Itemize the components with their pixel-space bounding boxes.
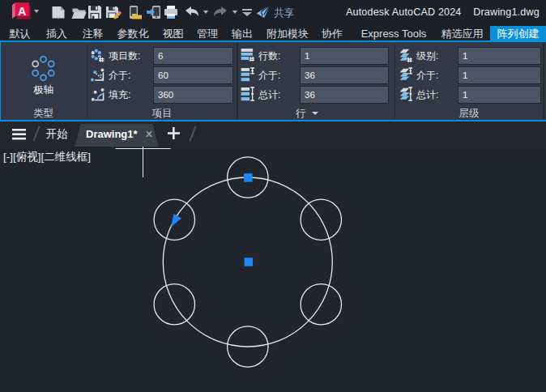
- polar-array-icon: [31, 56, 56, 81]
- window-title: Autodesk AutoCAD 2024 Drawing1.dwg: [346, 6, 540, 18]
- ribbon-tab-3[interactable]: 参数化: [115, 26, 151, 42]
- tab-separator: [32, 126, 40, 141]
- panel-footer-levels[interactable]: 层级: [395, 108, 543, 120]
- rows-count-icon: [241, 48, 255, 62]
- save-as-icon[interactable]: [105, 4, 122, 20]
- open-from-mobile-icon[interactable]: [126, 4, 142, 20]
- new-file-icon[interactable]: [50, 4, 66, 20]
- rows-total-label: 总计:: [258, 88, 280, 101]
- levels-between-icon: [398, 67, 412, 82]
- share-icon[interactable]: [255, 4, 271, 19]
- tab-separator: [189, 126, 196, 141]
- items-between-input[interactable]: [153, 66, 233, 84]
- levels-count-input[interactable]: [458, 47, 541, 65]
- rows-between-label: 介于:: [258, 69, 280, 82]
- app-menu-caret-icon[interactable]: [34, 10, 39, 13]
- viewport-controls[interactable]: [-][俯视][二维线框]: [3, 150, 91, 164]
- items-between-icon: [90, 67, 105, 82]
- rows-count-input[interactable]: [300, 47, 389, 65]
- undo-caret-icon[interactable]: [203, 11, 208, 14]
- ribbon-tab-row: 默认插入注释参数化视图管理输出附加模块协作Express Tools精选应用阵列…: [0, 24, 546, 42]
- new-tab-button[interactable]: [166, 126, 181, 142]
- ribbon-tab-0[interactable]: 默认: [8, 26, 32, 42]
- ribbon-tab-1[interactable]: 插入: [45, 26, 68, 42]
- levels-count-label: 级别:: [416, 49, 438, 62]
- svg-text:A: A: [18, 5, 27, 18]
- levels-total-label: 总计:: [416, 88, 438, 101]
- levels-total-input[interactable]: [458, 86, 541, 104]
- customize-qat-icon[interactable]: [241, 4, 254, 20]
- rows-count-label: 行数:: [258, 49, 280, 62]
- panel-footer-items[interactable]: 项目: [87, 108, 237, 120]
- ribbon-tab-9[interactable]: Express Tools: [355, 26, 433, 42]
- app-logo-icon[interactable]: A: [11, 2, 32, 22]
- items-between-label: 介于:: [109, 69, 130, 82]
- ribbon-tab-7[interactable]: 附加模块: [263, 26, 312, 42]
- plot-icon[interactable]: [163, 4, 179, 20]
- redo-caret-icon[interactable]: [232, 11, 237, 14]
- ribbon-tab-5[interactable]: 管理: [195, 26, 220, 42]
- levels-between-label: 介于:: [416, 69, 438, 82]
- items-fill-icon: [90, 87, 105, 101]
- panel-separator: [543, 44, 544, 118]
- ribbon-tab-6[interactable]: 输出: [230, 26, 254, 42]
- file-tab-bar: 开始 Drawing1* ×: [0, 121, 546, 147]
- ribbon-tab-10[interactable]: 精选应用: [441, 26, 484, 42]
- app-window: [-][俯视][二维线框] A: [0, 0, 546, 392]
- rows-between-input[interactable]: [300, 66, 389, 84]
- save-to-mobile-icon[interactable]: [146, 4, 162, 20]
- drawing-tab-label: Drawing1*: [86, 128, 138, 140]
- rows-total-icon: [241, 87, 255, 101]
- ribbon-tab-4[interactable]: 视图: [161, 26, 185, 42]
- open-file-icon[interactable]: [70, 4, 87, 20]
- ribbon-tab-11[interactable]: 阵列创建: [490, 26, 546, 42]
- undo-icon[interactable]: [183, 4, 201, 20]
- levels-between-input[interactable]: [458, 66, 541, 84]
- polar-array-type-button[interactable]: 极轴: [1, 44, 86, 107]
- rows-between-icon: [241, 67, 255, 82]
- ribbon-tab-8[interactable]: 协作: [319, 26, 345, 42]
- items-count-icon: [90, 48, 105, 62]
- file-tab-menu-icon[interactable]: [12, 129, 27, 140]
- start-tab[interactable]: 开始: [42, 126, 71, 143]
- panel-footer-rows[interactable]: 行: [237, 108, 377, 120]
- levels-total-icon: [398, 87, 412, 101]
- items-count-input[interactable]: [153, 47, 233, 65]
- polar-button-label: 极轴: [1, 83, 86, 97]
- ribbon-tab-2[interactable]: 注释: [81, 26, 105, 42]
- ribbon: 极轴 类型 项目数: 介于: 填充: 项目 行数: 介于: 总计: 行 级别: …: [0, 42, 546, 120]
- drawing-tab-close-icon[interactable]: ×: [143, 127, 156, 142]
- title-bar: A: [0, 0, 546, 24]
- save-icon[interactable]: [87, 4, 103, 20]
- rows-footer-caret-icon: [312, 112, 318, 115]
- ribbon-accent-line-bottom: [0, 120, 546, 121]
- items-count-label: 项目数:: [109, 49, 140, 62]
- items-fill-input[interactable]: [153, 86, 233, 104]
- redo-icon[interactable]: [211, 4, 229, 20]
- share-label[interactable]: 共享: [274, 6, 294, 20]
- panel-footer-type[interactable]: 类型: [1, 108, 86, 120]
- levels-count-icon: [398, 48, 412, 62]
- rows-total-input[interactable]: [300, 86, 389, 104]
- items-fill-label: 填充:: [109, 88, 130, 101]
